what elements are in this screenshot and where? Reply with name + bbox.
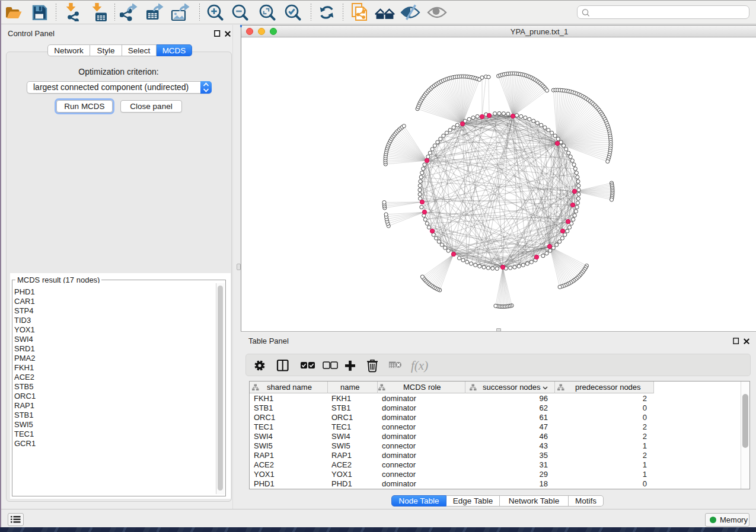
- svg-text:f(x): f(x): [411, 358, 428, 373]
